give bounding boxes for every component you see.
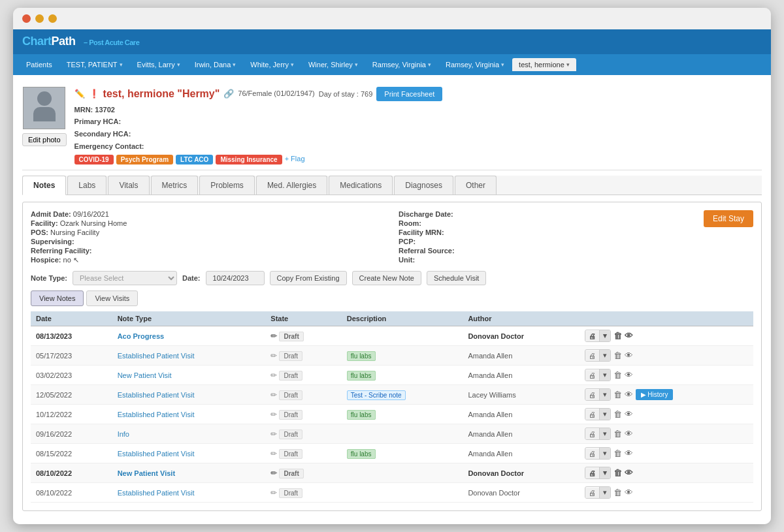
trash-icon[interactable]: 🗑 [613,448,622,458]
edit-icon[interactable]: ✏️ [74,89,85,99]
note-type-link[interactable]: New Patient Visit [118,469,175,477]
cell-note-type[interactable]: Established Patient Visit [112,405,266,424]
tab-metrics[interactable]: Metrics [151,176,199,195]
tab-problems[interactable]: Problems [199,176,255,195]
nav-tab-hermione[interactable]: test, hermione ▾ [512,58,576,71]
print-split-button[interactable]: 🖨 ▾ [585,349,611,362]
nav-tab-irwin[interactable]: Irwin, Dana ▾ [188,58,243,71]
print-split-button[interactable]: 🖨 ▾ [585,369,611,381]
history-button[interactable]: ▶ History [636,389,674,400]
edit-state-icon[interactable]: ✏ [270,332,277,341]
edit-state-icon[interactable]: ✏ [270,469,277,478]
eye-icon[interactable]: 👁 [625,390,633,399]
cell-note-type[interactable]: New Patient Visit [112,366,266,385]
print-caret[interactable]: ▾ [599,369,610,381]
print-icon[interactable]: 🖨 [585,370,599,381]
edit-state-icon[interactable]: ✏ [270,371,277,380]
print-split-button[interactable]: 🖨 ▾ [585,428,611,440]
trash-icon[interactable]: 🗑 [613,351,622,360]
nav-tab-test-patient[interactable]: TEST, PATIENT ▾ [60,58,129,71]
note-type-select[interactable]: Please Select [73,271,177,285]
nav-tab-patients[interactable]: Patients [20,58,59,71]
note-type-link[interactable]: New Patient Visit [118,371,172,379]
note-type-link[interactable]: Established Patient Visit [118,391,195,399]
edit-photo-button[interactable]: Edit photo [22,133,67,146]
eye-icon[interactable]: 👁 [625,468,633,478]
tab-med-allergies[interactable]: Med. Allergies [256,176,327,195]
close-dot[interactable] [22,14,31,23]
print-caret[interactable]: ▾ [599,487,610,498]
date-input[interactable] [206,271,265,285]
cell-note-type[interactable]: Info [112,424,266,444]
eye-icon[interactable]: 👁 [625,370,633,380]
cell-note-type[interactable]: Established Patient Visit [112,444,266,463]
trash-icon[interactable]: 🗑 [613,488,622,497]
trash-icon[interactable]: 🗑 [613,468,622,478]
print-caret[interactable]: ▾ [599,389,610,400]
print-split-button[interactable]: 🖨 ▾ [585,388,611,401]
print-icon[interactable]: 🖨 [585,448,599,459]
print-caret[interactable]: ▾ [599,467,610,478]
print-caret[interactable]: ▾ [599,409,610,420]
trash-icon[interactable]: 🗑 [613,390,622,399]
schedule-visit-button[interactable]: Schedule Visit [427,271,487,285]
eye-icon[interactable]: 👁 [625,488,633,497]
nav-tab-winer[interactable]: Winer, Shirley ▾ [302,58,365,71]
print-caret[interactable]: ▾ [599,448,610,459]
print-icon[interactable]: 🖨 [585,468,599,478]
print-split-button[interactable]: 🖨 ▾ [585,330,611,342]
nav-tab-ramsey2[interactable]: Ramsey, Virginia ▾ [439,58,511,71]
print-icon[interactable]: 🖨 [585,429,599,439]
trash-icon[interactable]: 🗑 [613,331,622,341]
edit-state-icon[interactable]: ✏ [270,410,277,419]
note-type-link[interactable]: Established Patient Visit [118,450,195,458]
view-notes-button[interactable]: View Notes [31,290,84,306]
eye-icon[interactable]: 👁 [625,409,633,419]
cell-note-type[interactable]: Aco Progress [112,326,266,346]
note-type-link[interactable]: Established Patient Visit [118,489,195,497]
edit-state-icon[interactable]: ✏ [270,390,277,399]
tab-diagnoses[interactable]: Diagnoses [394,176,453,195]
eye-icon[interactable]: 👁 [625,448,633,458]
trash-icon[interactable]: 🗑 [613,370,622,380]
note-type-link[interactable]: Established Patient Visit [118,411,195,418]
print-split-button[interactable]: 🖨 ▾ [585,486,611,499]
create-new-note-button[interactable]: Create New Note [352,271,421,285]
trash-icon[interactable]: 🗑 [613,429,622,439]
minimize-dot[interactable] [35,14,44,23]
nav-tab-white[interactable]: White, Jerry ▾ [244,58,301,71]
cell-note-type[interactable]: New Patient Visit [112,463,266,483]
nav-tab-evitts[interactable]: Evitts, Larry ▾ [131,58,187,71]
tab-notes[interactable]: Notes [22,176,66,195]
edit-state-icon[interactable]: ✏ [270,351,277,360]
nav-tab-ramsey1[interactable]: Ramsey, Virginia ▾ [366,58,438,71]
edit-state-icon[interactable]: ✏ [270,449,277,458]
trash-icon[interactable]: 🗑 [613,409,622,419]
print-caret[interactable]: ▾ [599,350,610,361]
cell-note-type[interactable]: Established Patient Visit [112,346,266,366]
print-split-button[interactable]: 🖨 ▾ [585,447,611,460]
print-icon[interactable]: 🖨 [585,390,599,400]
tab-labs[interactable]: Labs [67,176,106,195]
print-split-button[interactable]: 🖨 ▾ [585,408,611,420]
note-type-link[interactable]: Aco Progress [118,332,165,340]
print-icon[interactable]: 🖨 [585,331,599,341]
view-visits-button[interactable]: View Visits [86,290,138,306]
flag-link[interactable]: + Flag [285,155,305,164]
maximize-dot[interactable] [48,14,57,23]
eye-icon[interactable]: 👁 [625,429,633,439]
eye-icon[interactable]: 👁 [625,331,633,341]
print-caret[interactable]: ▾ [599,428,610,439]
tab-medications[interactable]: Medications [329,176,393,195]
edit-state-icon[interactable]: ✏ [270,488,277,497]
tab-other[interactable]: Other [455,176,497,195]
cell-note-type[interactable]: Established Patient Visit [112,385,266,405]
eye-icon[interactable]: 👁 [625,351,633,360]
print-split-button[interactable]: 🖨 ▾ [585,467,611,479]
print-icon[interactable]: 🖨 [585,488,599,498]
print-icon[interactable]: 🖨 [585,351,599,361]
print-caret[interactable]: ▾ [599,330,610,341]
note-type-link[interactable]: Info [118,430,129,438]
edit-state-icon[interactable]: ✏ [270,430,277,439]
note-type-link[interactable]: Established Patient Visit [118,352,195,360]
